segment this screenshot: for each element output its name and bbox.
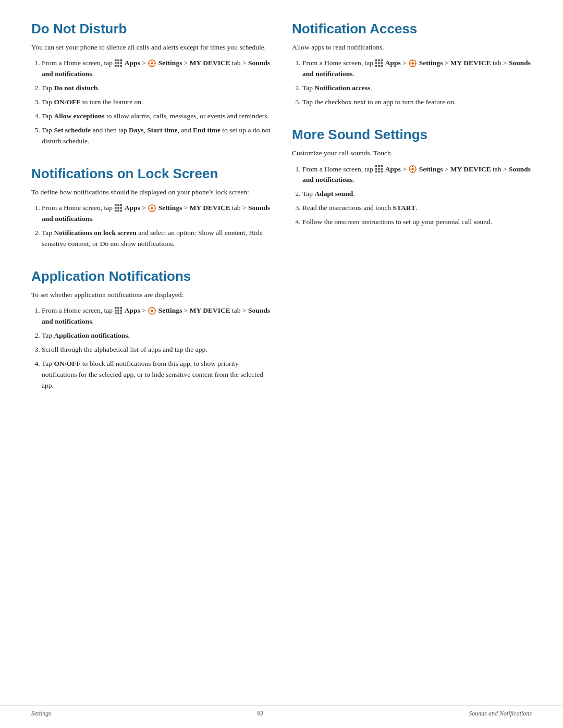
step-item: Tap Application notifications. (42, 330, 271, 341)
svg-rect-19 (118, 207, 120, 209)
svg-rect-50 (381, 63, 383, 65)
section-intro-notification-access: Allow apps to read notifications. (292, 42, 532, 53)
section-notifications-lock-screen: Notifications on Lock Screen To define h… (31, 166, 271, 250)
two-column-layout: Do Not Disturb You can set your phone to… (31, 21, 532, 410)
section-intro-application-notifications: To set whether application notifications… (31, 290, 271, 300)
apps-icon (115, 204, 122, 212)
step-item: From a Home screen, tap Apps > Settings … (42, 203, 271, 225)
steps-list-more-sound-settings: From a Home screen, tap Apps > Settings … (292, 164, 532, 228)
apps-icon (375, 59, 383, 67)
left-column: Do Not Disturb You can set your phone to… (31, 21, 271, 410)
settings-icon (409, 165, 417, 173)
svg-rect-64 (378, 168, 381, 170)
step-item: From a Home screen, tap Apps > Settings … (42, 305, 271, 327)
svg-rect-66 (375, 171, 377, 173)
step-item: Tap Notifications on lock screen and sel… (42, 228, 271, 250)
step-item: From a Home screen, tap Apps > Settings … (302, 58, 532, 80)
section-do-not-disturb: Do Not Disturb You can set your phone to… (31, 21, 271, 147)
svg-rect-22 (118, 210, 120, 212)
step-item: Tap Set schedule and then tap Days, Star… (42, 125, 271, 147)
svg-rect-52 (378, 65, 381, 67)
svg-rect-21 (115, 210, 117, 212)
apps-icon (115, 59, 122, 67)
svg-rect-65 (381, 168, 383, 170)
svg-rect-63 (375, 168, 377, 170)
svg-rect-1 (118, 59, 120, 61)
settings-icon (148, 204, 156, 212)
step-item: From a Home screen, tap Apps > Settings … (302, 164, 532, 186)
step-item: Scroll through the alphabetical list of … (42, 344, 271, 355)
svg-rect-47 (381, 59, 383, 61)
svg-rect-7 (118, 65, 120, 67)
section-title-more-sound-settings: More Sound Settings (292, 127, 532, 143)
settings-icon (148, 59, 156, 67)
svg-point-55 (411, 62, 414, 65)
step-item: Tap Do not disturb. (42, 83, 271, 94)
svg-rect-60 (375, 165, 377, 167)
svg-rect-4 (118, 63, 120, 65)
svg-rect-36 (115, 313, 117, 315)
step-item: Tap ON/OFF to block all notifications fr… (42, 359, 271, 391)
right-column: Notification Access Allow apps to read n… (292, 21, 532, 410)
svg-rect-23 (120, 210, 123, 212)
svg-rect-6 (115, 65, 117, 67)
footer: Settings 93 Sounds and Notifications (0, 705, 563, 718)
svg-rect-3 (115, 63, 117, 65)
svg-rect-15 (115, 204, 117, 206)
section-more-sound-settings: More Sound Settings Customize your call … (292, 127, 532, 228)
footer-page-num: 93 (257, 710, 263, 718)
svg-rect-8 (120, 65, 123, 67)
section-intro-do-not-disturb: You can set your phone to silence all ca… (31, 42, 271, 53)
settings-icon (148, 307, 156, 315)
svg-rect-45 (375, 59, 377, 61)
svg-rect-61 (378, 165, 381, 167)
svg-rect-38 (120, 313, 123, 315)
svg-rect-30 (115, 307, 117, 309)
steps-list-notification-access: From a Home screen, tap Apps > Settings … (292, 58, 532, 108)
step-item: Tap the checkbox next to an app to turn … (302, 97, 532, 108)
svg-rect-31 (118, 307, 120, 309)
svg-rect-48 (375, 63, 377, 65)
svg-rect-18 (115, 207, 117, 209)
steps-list-do-not-disturb: From a Home screen, tap Apps > Settings … (31, 58, 271, 146)
svg-rect-2 (120, 59, 123, 61)
step-item: Tap Adapt sound. (302, 189, 532, 200)
svg-rect-35 (120, 310, 123, 312)
svg-rect-16 (118, 204, 120, 206)
section-title-application-notifications: Application Notifications (31, 268, 271, 285)
svg-rect-62 (381, 165, 383, 167)
apps-icon (375, 165, 383, 172)
apps-icon (115, 307, 122, 314)
section-title-notification-access: Notification Access (292, 21, 532, 37)
section-title-do-not-disturb: Do Not Disturb (31, 21, 271, 37)
svg-rect-53 (381, 65, 383, 67)
svg-rect-51 (375, 65, 377, 67)
steps-list-application-notifications: From a Home screen, tap Apps > Settings … (31, 305, 271, 391)
svg-rect-67 (378, 171, 381, 173)
section-application-notifications: Application Notifications To set whether… (31, 268, 271, 391)
section-title-notifications-lock-screen: Notifications on Lock Screen (31, 166, 271, 182)
footer-left: Settings (31, 710, 51, 718)
svg-rect-20 (120, 207, 123, 209)
svg-point-10 (151, 62, 153, 65)
svg-point-25 (151, 207, 153, 209)
settings-icon (409, 59, 417, 67)
svg-rect-49 (378, 63, 381, 65)
step-item: Tap Notification access. (302, 83, 532, 94)
svg-rect-32 (120, 307, 123, 309)
step-item: From a Home screen, tap Apps > Settings … (42, 58, 271, 80)
svg-rect-5 (120, 63, 123, 65)
step-item: Tap Allow exceptions to allow alarms, ca… (42, 111, 271, 122)
svg-rect-34 (118, 310, 120, 312)
section-notification-access: Notification Access Allow apps to read n… (292, 21, 532, 108)
section-intro-more-sound-settings: Customize your call sounds. Touch (292, 148, 532, 158)
footer-right: Sounds and Notifications (469, 710, 532, 718)
svg-point-70 (411, 168, 414, 170)
svg-rect-33 (115, 310, 117, 312)
svg-rect-17 (120, 204, 123, 206)
step-item: Follow the onscreen instructions to set … (302, 217, 532, 228)
svg-rect-68 (381, 171, 383, 173)
section-intro-notifications-lock-screen: To define how notifications should be di… (31, 187, 271, 198)
svg-rect-37 (118, 313, 120, 315)
steps-list-notifications-lock-screen: From a Home screen, tap Apps > Settings … (31, 203, 271, 250)
